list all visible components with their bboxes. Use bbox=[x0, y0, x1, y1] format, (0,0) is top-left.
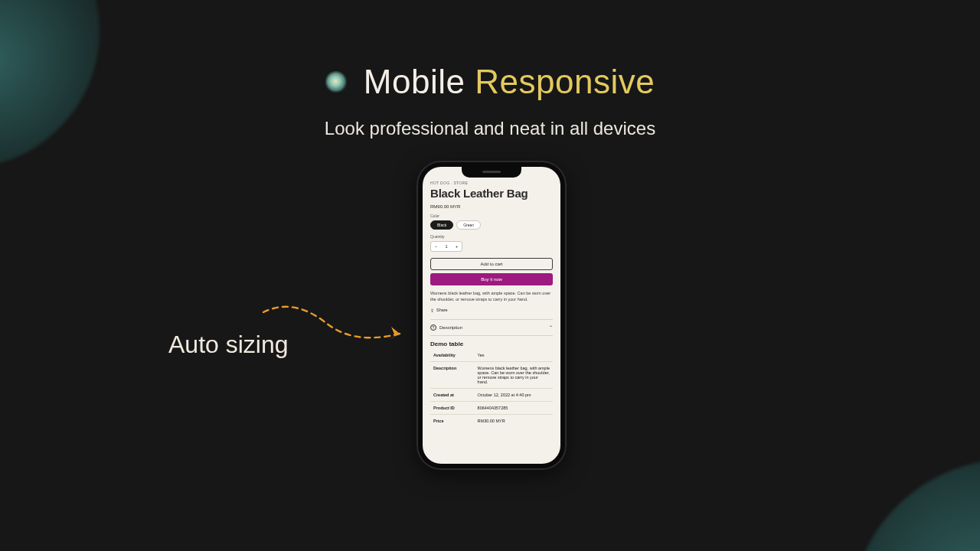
quantity-stepper: − 1 + bbox=[430, 241, 462, 252]
table-label: Price bbox=[430, 414, 475, 427]
table-row: Product ID 8064404357285 bbox=[430, 401, 553, 414]
accordion-label: Description bbox=[439, 325, 462, 330]
product-price: RM90.00 MYR bbox=[430, 204, 553, 209]
bullet-icon bbox=[325, 71, 347, 93]
demo-table: Availability Yes Description Womens blac… bbox=[430, 349, 553, 427]
quantity-increment-button[interactable]: + bbox=[452, 242, 462, 251]
color-swatch-green[interactable]: Green bbox=[456, 220, 481, 230]
table-row: Price RM30.00 MYR bbox=[430, 414, 553, 427]
table-row: Created at October 12, 2022 at 4:40 pm bbox=[430, 388, 553, 401]
description-accordion[interactable]: ? Description ⌃ bbox=[430, 319, 553, 336]
quantity-label: Quantity bbox=[430, 234, 553, 239]
table-value: October 12, 2022 at 4:40 pm bbox=[475, 388, 553, 401]
phone-notch bbox=[462, 167, 521, 178]
add-to-cart-button[interactable]: Add to cart bbox=[430, 258, 553, 270]
page-title: Mobile Responsive bbox=[364, 63, 655, 101]
color-swatch-group: Black Green bbox=[430, 220, 553, 230]
question-icon: ? bbox=[430, 324, 436, 331]
share-label: Share bbox=[436, 308, 448, 312]
page-title-part2: Responsive bbox=[475, 63, 655, 100]
quantity-value: 1 bbox=[441, 244, 452, 249]
phone-frame: HOT DOG · STORE Black Leather Bag RM90.0… bbox=[416, 161, 567, 470]
product-description: Womens black leather bag, with ample spa… bbox=[430, 290, 553, 303]
background-blob-bottom-right bbox=[850, 459, 980, 551]
buy-now-button[interactable]: Buy it now bbox=[430, 273, 553, 285]
table-label: Created at bbox=[430, 388, 475, 401]
breadcrumb: HOT DOG · STORE bbox=[430, 181, 553, 185]
share-button[interactable]: ⇪ Share bbox=[430, 308, 553, 313]
table-row: Availability Yes bbox=[430, 349, 553, 362]
page-title-part1: Mobile bbox=[364, 63, 466, 100]
table-caption: Demo table bbox=[430, 341, 553, 347]
page-subtitle: Look professional and neat in all device… bbox=[0, 118, 980, 139]
table-value: Yes bbox=[475, 349, 553, 362]
product-title: Black Leather Bag bbox=[430, 187, 553, 200]
table-value: Womens black leather bag, with ample spa… bbox=[475, 361, 553, 388]
hero-header: Mobile Responsive Look professional and … bbox=[0, 63, 980, 139]
phone-screen: HOT DOG · STORE Black Leather Bag RM90.0… bbox=[423, 167, 560, 464]
table-label: Availability bbox=[430, 349, 475, 362]
table-value: 8064404357285 bbox=[475, 401, 553, 414]
table-label: Product ID bbox=[430, 401, 475, 414]
color-swatch-black[interactable]: Black bbox=[430, 220, 453, 230]
arrow-icon bbox=[260, 300, 413, 354]
share-icon: ⇪ bbox=[430, 308, 434, 313]
table-label: Description bbox=[430, 361, 475, 388]
table-value: RM30.00 MYR bbox=[475, 414, 553, 427]
quantity-decrement-button[interactable]: − bbox=[431, 242, 441, 251]
color-label: Color bbox=[430, 214, 553, 218]
chevron-up-icon: ⌃ bbox=[549, 324, 553, 330]
table-row: Description Womens black leather bag, wi… bbox=[430, 361, 553, 388]
